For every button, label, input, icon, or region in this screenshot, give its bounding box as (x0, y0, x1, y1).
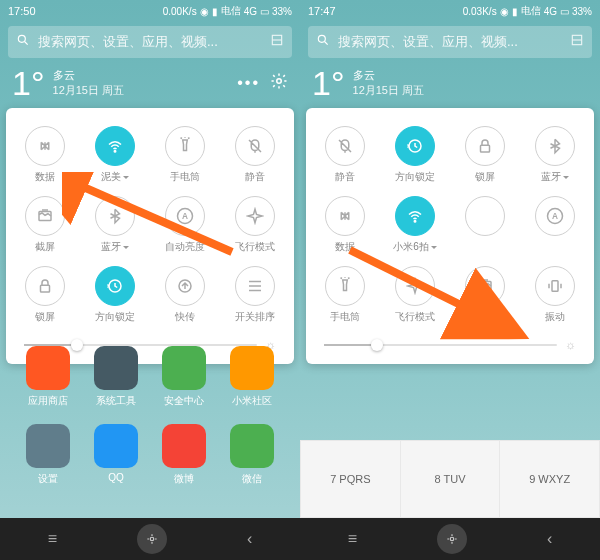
svg-text:A: A (552, 212, 558, 221)
app-系统工具[interactable]: 系统工具 (82, 338, 150, 416)
home-button[interactable] (437, 524, 467, 554)
rotate-icon (395, 126, 435, 166)
screenshot-icon (25, 196, 65, 236)
tile-label: 手电筒 (170, 170, 200, 184)
scan-icon[interactable] (270, 33, 284, 51)
tile-vibrate[interactable]: 振动 (520, 260, 590, 330)
tile-torch[interactable]: 手电筒 (150, 120, 220, 190)
tile-data[interactable]: 数据 (310, 190, 380, 260)
home-button[interactable] (137, 524, 167, 554)
app-小米社区[interactable]: 小米社区 (218, 338, 286, 416)
temperature: 1° (12, 66, 45, 100)
tile-bluetooth[interactable]: 蓝牙 (520, 120, 590, 190)
tile-label: 飞行模式 (235, 240, 275, 254)
tile-auto[interactable]: A自动亮度 (150, 190, 220, 260)
tile-lock[interactable]: 锁屏 (450, 120, 520, 190)
tile-sort[interactable]: 开关排序 (220, 260, 290, 330)
tile-label: 手电筒 (330, 310, 360, 324)
status-time: 17:47 (308, 5, 336, 17)
status-right: 0.00K/s ◉ ▮ 电信 4G ▭ 33% (163, 4, 292, 18)
app-微信[interactable]: 微信 (218, 416, 286, 494)
tile-lock[interactable]: 锁屏 (10, 260, 80, 330)
tile-rotate[interactable]: 方向锁定 (380, 120, 450, 190)
app-label: 微信 (242, 472, 262, 486)
tile-auto[interactable]: A (520, 190, 590, 260)
search-icon (316, 33, 330, 51)
more-icon[interactable]: ••• (237, 74, 260, 92)
tile-label: 锁屏 (475, 170, 495, 184)
auto-icon: A (535, 196, 575, 236)
tile-label: 小米6拍 (393, 240, 437, 254)
svg-point-15 (318, 35, 325, 42)
tile-rotate[interactable]: 方向锁定 (80, 260, 150, 330)
tile-airplane[interactable]: 飞行模式 (380, 260, 450, 330)
nav-bar: ≡ ‹ (0, 518, 300, 560)
mute-icon (325, 126, 365, 166)
app-icon (230, 346, 274, 390)
battery-icon: ▭ (560, 6, 569, 17)
app-安全中心[interactable]: 安全中心 (150, 338, 218, 416)
search-bar[interactable]: 搜索网页、设置、应用、视频... (308, 26, 592, 58)
tile-wifi[interactable]: 小米6拍 (380, 190, 450, 260)
weather-info: 多云 12月15日 周五 (53, 68, 125, 98)
tile-mute[interactable]: 静音 (310, 120, 380, 190)
tile-label: 开关排序 (235, 310, 275, 324)
quick-settings-panel: 静音方向锁定锁屏蓝牙数据小米6拍A手电筒飞行模式截屏振动 ☼ (306, 108, 594, 364)
app-icon (162, 424, 206, 468)
app-icon (26, 346, 70, 390)
tile-torch[interactable]: 手电筒 (310, 260, 380, 330)
mute-icon (235, 126, 275, 166)
recents-button[interactable]: ≡ (348, 530, 357, 548)
recents-button[interactable]: ≡ (48, 530, 57, 548)
slider-fill (324, 344, 371, 346)
brightness-slider[interactable]: ☼ (324, 338, 576, 352)
tiles-grid: 静音方向锁定锁屏蓝牙数据小米6拍A手电筒飞行模式截屏振动 (310, 120, 590, 330)
rotate-icon (95, 266, 135, 306)
key-8[interactable]: 8 TUV (401, 441, 500, 517)
tile-label: 截屏 (475, 310, 495, 324)
tile-bluetooth[interactable]: 蓝牙 (80, 190, 150, 260)
app-label: 设置 (38, 472, 58, 486)
tile-airplane[interactable]: 飞行模式 (220, 190, 290, 260)
wifi-icon (395, 196, 435, 236)
tile-transfer[interactable]: 快传 (150, 260, 220, 330)
slider-track (324, 344, 557, 346)
lock-icon (465, 126, 505, 166)
search-bar[interactable]: 搜索网页、设置、应用、视频... (8, 26, 292, 58)
status-bar: 17:47 0.03K/s ◉ ▮ 电信 4G ▭ 33% (300, 0, 600, 22)
app-label: 微博 (174, 472, 194, 486)
vibrate-icon (535, 266, 575, 306)
tile-label: 泥美 (101, 170, 129, 184)
tile-screenshot[interactable]: 截屏 (10, 190, 80, 260)
app-应用商店[interactable]: 应用商店 (14, 338, 82, 416)
back-button[interactable]: ‹ (247, 530, 252, 548)
svg-point-21 (414, 221, 416, 223)
tile-empty[interactable] (450, 190, 520, 260)
tile-mute[interactable]: 静音 (220, 120, 290, 190)
nav-bar: ≡ ‹ (300, 518, 600, 560)
app-QQ[interactable]: QQ (82, 416, 150, 494)
app-label: 安全中心 (164, 394, 204, 408)
app-微博[interactable]: 微博 (150, 416, 218, 494)
brightness-icon: ☼ (565, 338, 576, 352)
tile-label: 静音 (245, 170, 265, 184)
back-button[interactable]: ‹ (547, 530, 552, 548)
svg-point-5 (114, 151, 116, 153)
slider-thumb[interactable] (371, 339, 383, 351)
weather-row[interactable]: 1° 多云 12月15日 周五 (300, 62, 600, 108)
tile-data[interactable]: 数据 (10, 120, 80, 190)
key-7[interactable]: 7 PQRS (301, 441, 400, 517)
quick-settings-panel: 数据泥美手电筒静音截屏蓝牙A自动亮度飞行模式锁屏方向锁定快传开关排序 ☼ (6, 108, 294, 364)
svg-point-26 (450, 537, 454, 541)
key-9[interactable]: 9 WXYZ (500, 441, 599, 517)
status-time: 17:50 (8, 5, 36, 17)
gear-icon[interactable] (270, 72, 288, 94)
app-label: 系统工具 (96, 394, 136, 408)
app-icon (94, 346, 138, 390)
tile-screenshot[interactable]: 截屏 (450, 260, 520, 330)
app-设置[interactable]: 设置 (14, 416, 82, 494)
tile-wifi[interactable]: 泥美 (80, 120, 150, 190)
status-bar: 17:50 0.00K/s ◉ ▮ 电信 4G ▭ 33% (0, 0, 300, 22)
weather-row[interactable]: 1° 多云 12月15日 周五 ••• (0, 62, 300, 108)
scan-icon[interactable] (570, 33, 584, 51)
